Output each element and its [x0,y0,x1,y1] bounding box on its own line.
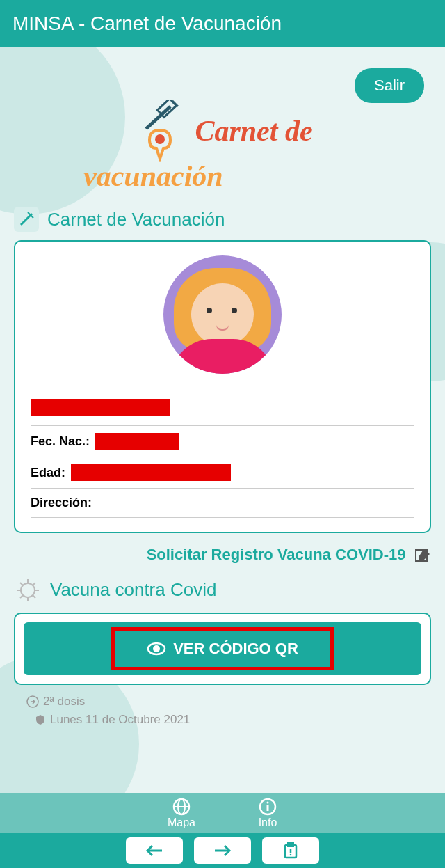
covid-title: Vacuna contra Covid [50,579,216,601]
name-row [31,390,414,426]
logo-text-2: vacunación [83,159,431,193]
redacted-birthdate [95,433,179,450]
avatar-container [31,255,414,377]
age-row: Edad: [31,457,414,489]
tab-bar: Mapa Info [0,793,445,833]
request-registration-link[interactable]: Solicitar Registro Vacuna COVID-19 [14,546,431,567]
age-label: Edad: [31,466,65,480]
exit-button[interactable]: Salir [355,68,424,103]
svg-point-23 [267,802,269,804]
clipboard-alert-icon [283,842,298,859]
globe-icon [172,797,191,816]
redacted-name [31,399,170,416]
svg-line-15 [33,583,35,585]
info-icon [258,797,277,816]
address-label: Dirección: [31,496,92,510]
covid-card: VER CÓDIGO QR [14,613,431,685]
shield-icon [35,714,46,725]
alert-button[interactable] [262,837,319,864]
covid-section-header: Vacuna contra Covid [14,576,431,604]
section-title: Carnet de Vacunación [47,209,225,230]
logo: Carnet de vacunación [14,100,431,193]
redacted-age [71,464,231,481]
syringe-icon [14,207,39,232]
edit-icon [414,547,431,567]
main-content: Salir Carnet de vacunación Carnet de Vac… [0,47,445,793]
view-qr-button[interactable]: VER CÓDIGO QR [24,622,421,675]
tab-label: Info [259,816,277,829]
tab-info[interactable]: Info [258,797,277,829]
svg-point-0 [155,134,165,144]
section-header: Carnet de Vacunación [14,207,431,232]
date-info: Lunes 11 de Octubre 2021 [35,713,431,727]
arrow-circle-icon [26,695,39,708]
tab-mapa[interactable]: Mapa [168,797,195,829]
bottom-nav [0,833,445,868]
arrow-right-icon [213,844,232,858]
birthdate-label: Fec. Nac.: [31,434,90,449]
back-button[interactable] [126,837,183,864]
request-text: Solicitar Registro Vacuna COVID-19 [147,546,406,563]
svg-line-13 [33,595,35,598]
svg-line-12 [20,583,23,585]
forward-button[interactable] [194,837,251,864]
address-row: Dirección: [31,489,414,518]
syringe-pin-icon [132,100,188,162]
eye-icon [147,639,166,658]
svg-point-28 [290,854,292,856]
tab-label: Mapa [168,816,195,829]
avatar-icon [163,255,282,374]
virus-icon [14,576,42,604]
svg-line-14 [20,595,23,598]
qr-button-label: VER CÓDIGO QR [173,640,298,658]
dose-info: 2ª dosis [26,695,431,709]
birthdate-row: Fec. Nac.: [31,426,414,457]
logo-text-1: Carnet de [195,114,312,148]
svg-point-17 [153,645,160,652]
arrow-left-icon [145,844,163,858]
profile-card: Fec. Nac.: Edad: Dirección: [14,240,431,533]
app-header: MINSA - Carnet de Vacunación [0,0,445,47]
app-title: MINSA - Carnet de Vacunación [13,13,282,35]
